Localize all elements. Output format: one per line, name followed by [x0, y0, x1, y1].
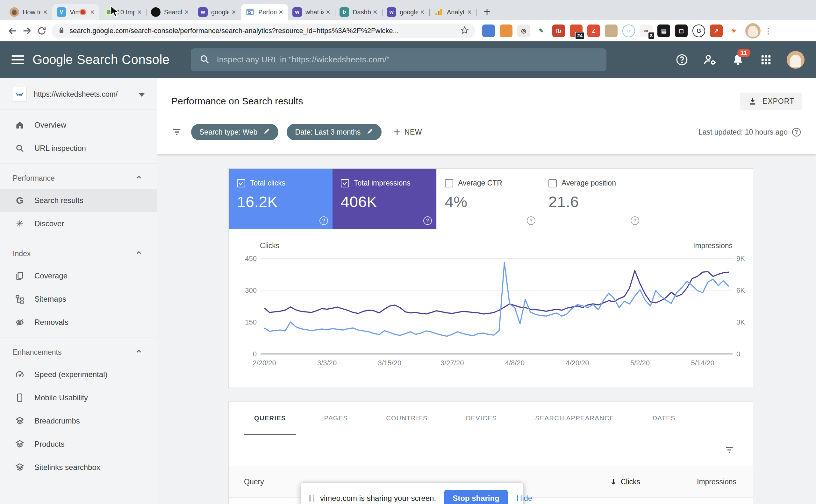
browser-tab[interactable]: Search listen× [146, 4, 193, 20]
tab-close-icon[interactable]: × [182, 8, 191, 17]
sidebar-section-header[interactable]: Enhancements [0, 342, 157, 363]
browser-tab[interactable]: bDashboard -× [335, 4, 382, 20]
forward-icon[interactable] [20, 24, 34, 38]
sidebar-item-search-results[interactable]: GSearch results [0, 189, 157, 212]
apps-grid-icon[interactable] [759, 53, 773, 67]
metric-card-average-position[interactable]: Average position21.6? [540, 169, 644, 229]
metric-card-total-clicks[interactable]: Total clicks16.2K? [229, 169, 333, 229]
tab-dates[interactable]: DATES [643, 402, 686, 435]
browser-tab[interactable]: 10 Important× [99, 4, 146, 20]
tab-close-icon[interactable]: × [41, 8, 50, 17]
z-extension-icon[interactable]: Z [587, 25, 600, 37]
stop-sharing-button[interactable]: Stop sharing [444, 490, 508, 504]
browser-tab[interactable]: wgoogle searc× [193, 4, 241, 20]
sidebar-section-header[interactable]: Index [0, 243, 157, 264]
browser-tab[interactable]: Analytics× [429, 4, 476, 20]
sidebar-item-discover[interactable]: ✳Discover [0, 212, 157, 235]
eyedropper-extension-icon[interactable]: ✎ [535, 25, 547, 37]
tab-countries[interactable]: COUNTRIES [376, 402, 438, 435]
sidebar-item-breadcrumbs[interactable]: Breadcrumbs [0, 409, 157, 432]
link-extension-icon[interactable]: ∞8 [640, 25, 653, 37]
tab-close-icon[interactable]: × [88, 8, 97, 17]
metric-card-average-ctr[interactable]: Average CTR4%? [436, 169, 540, 229]
camera-extension-icon[interactable]: ◎ [517, 25, 530, 37]
blue-panel-extension-icon[interactable] [482, 25, 495, 37]
help-icon[interactable] [675, 53, 689, 67]
tab-close-icon[interactable]: × [229, 8, 238, 17]
metric-card-total-impressions[interactable]: Total impressions406K? [333, 169, 436, 229]
sidebar-item-overview[interactable]: Overview [0, 113, 157, 137]
spark-extension-icon[interactable]: ✳ [728, 25, 740, 37]
property-selector[interactable]: https://wickedsheets.com/ [0, 78, 157, 109]
user-settings-icon[interactable] [703, 53, 717, 67]
browser-tab[interactable]: Performance× [241, 4, 288, 20]
g-circle-extension-icon[interactable]: G [693, 25, 705, 37]
fb-extension-icon[interactable]: fb [552, 25, 565, 37]
sidebar-item-speed-experimental[interactable]: Speed (experimental) [0, 363, 157, 386]
account-avatar[interactable] [787, 51, 805, 69]
help-circle-icon[interactable]: ? [792, 128, 801, 137]
new-tab-button[interactable]: + [480, 4, 494, 19]
sidebar-item-url-inspection[interactable]: URL inspection [0, 137, 157, 160]
reload-icon[interactable] [34, 24, 49, 38]
tab-close-icon[interactable]: × [371, 8, 380, 17]
tab-search-appearance[interactable]: SEARCH APPEARANCE [525, 402, 624, 435]
sidebar-group: IndexCoverageSitemapsRemovals [0, 239, 157, 338]
arrow-extension-icon[interactable]: ↗ [710, 25, 723, 37]
notifications-bell-icon[interactable]: 11 [731, 53, 745, 67]
checkbox-checked-icon[interactable] [341, 179, 349, 187]
tab-queries[interactable]: QUERIES [244, 402, 296, 435]
url-inspect-input[interactable] [216, 54, 566, 65]
removals-icon [14, 317, 25, 327]
sidebar-item-mobile-usability[interactable]: Mobile Usability [0, 386, 157, 409]
tab-devices[interactable]: DEVICES [456, 402, 507, 435]
black-panel-extension-icon[interactable]: ▤ [658, 25, 670, 37]
impressions-column-header[interactable]: Impressions [640, 478, 736, 486]
browser-tab[interactable]: VVimeo× [52, 4, 99, 20]
sidebar-item-sitemaps[interactable]: Sitemaps [0, 287, 157, 311]
tab-close-icon[interactable]: × [418, 8, 427, 17]
sidebar-item-products[interactable]: Products [0, 432, 157, 456]
sidebar-item-coverage[interactable]: Coverage [0, 264, 157, 287]
sidebar-group: EnhancementsSpeed (experimental)Mobile U… [0, 338, 157, 483]
table-filter-icon[interactable] [724, 445, 735, 456]
contact-extension-icon[interactable]: ◻ [675, 25, 688, 37]
browser-profile-avatar[interactable] [745, 23, 761, 39]
tab-close-icon[interactable]: × [135, 8, 144, 17]
new-filter-button[interactable]: + NEW [394, 128, 422, 137]
browser-menu-icon[interactable]: ⋮ [764, 24, 773, 38]
hide-share-bar-link[interactable]: Hide [517, 494, 532, 503]
sidebar-item-sitelinks-searchbox[interactable]: Sitelinks searchbox [0, 456, 157, 479]
app-logo[interactable]: Google Search Console [32, 53, 170, 67]
browser-tab[interactable]: How to Get C× [5, 4, 52, 20]
clock-extension-icon[interactable]: ○ [623, 25, 635, 37]
tab-close-icon[interactable]: × [465, 8, 474, 17]
hamburger-menu-icon[interactable] [11, 55, 24, 64]
bookmark-star-icon[interactable] [460, 25, 469, 36]
filter-chip[interactable]: Search type: Web [191, 124, 278, 140]
extension-icons: ◎✎fb24Z○∞8▤◻G↗✳ [482, 25, 740, 37]
photo-extension-icon[interactable] [605, 25, 618, 37]
address-bar[interactable]: search.google.com/search-console/perform… [52, 24, 475, 38]
export-button[interactable]: EXPORT [740, 93, 802, 110]
checkbox-checked-icon[interactable] [237, 179, 245, 187]
orange-chart-extension-icon[interactable] [500, 25, 512, 37]
sidebar-item-label: Sitelinks searchbox [34, 463, 100, 472]
search-icon [199, 54, 210, 66]
checkbox-unchecked-icon[interactable] [445, 179, 453, 187]
checkbox-unchecked-icon[interactable] [548, 179, 557, 187]
browser-tab[interactable]: wwhat is struc× [288, 4, 335, 20]
sidebar-item-removals[interactable]: Removals [0, 311, 157, 334]
tab-pages[interactable]: PAGES [314, 402, 358, 435]
filter-icon[interactable] [171, 127, 182, 137]
back-icon[interactable] [5, 24, 20, 38]
browser-tab[interactable]: wgoogle analy× [382, 4, 429, 20]
url-inspect-searchbox[interactable] [191, 48, 606, 71]
chevron-down-icon [139, 93, 144, 97]
tab-close-icon[interactable]: × [277, 8, 285, 17]
tab-close-icon[interactable]: × [324, 8, 333, 17]
clicks-column-header[interactable]: Clicks [576, 478, 640, 486]
filter-chip[interactable]: Date: Last 3 months [287, 124, 382, 140]
sidebar-section-header[interactable]: Performance [0, 168, 157, 189]
calendar-24-extension-icon[interactable]: 24 [570, 25, 582, 37]
